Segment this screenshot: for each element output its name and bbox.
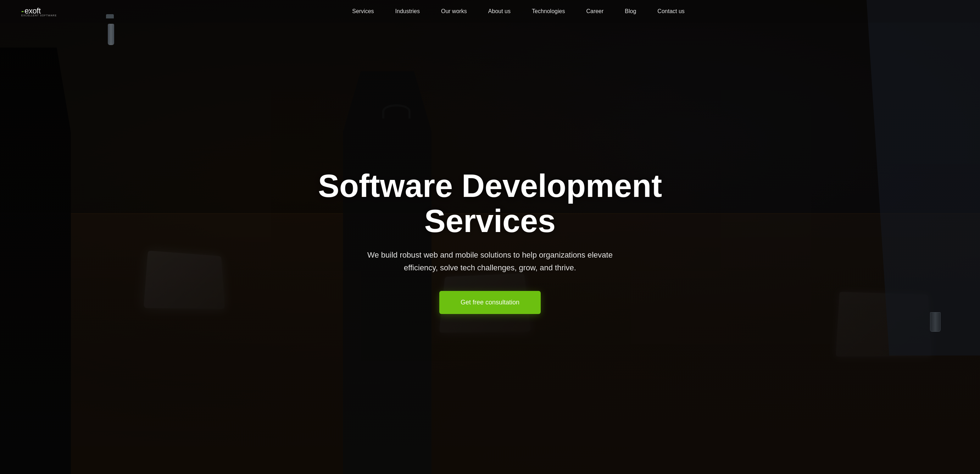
hero-section: - exoft excellent software Services Indu… <box>0 0 980 474</box>
hero-content: Software Development Services We build r… <box>0 8 980 474</box>
cta-button[interactable]: Get free consultation <box>439 291 541 314</box>
hero-subtitle: We build robust web and mobile solutions… <box>366 249 614 273</box>
hero-title: Software Development Services <box>277 169 703 239</box>
